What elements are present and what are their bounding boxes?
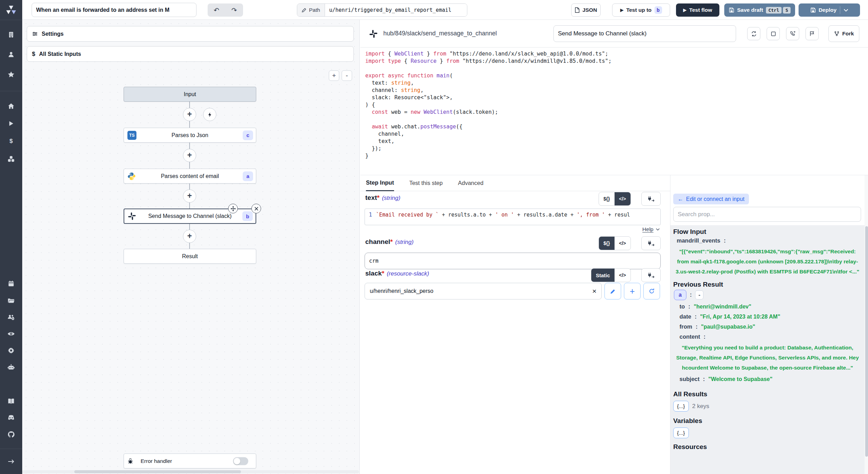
chevron-down-icon[interactable] — [844, 9, 848, 12]
zoom-out-button[interactable]: - — [342, 70, 352, 81]
json-button[interactable]: JSON — [571, 3, 601, 17]
code-mode-option[interactable]: </> — [615, 237, 631, 250]
tab-test-this-step[interactable]: Test this step — [409, 175, 443, 191]
flow-settings-button[interactable]: Settings — [27, 26, 354, 42]
result-entry-value[interactable]: "henri@windmill.dev" — [694, 304, 751, 310]
result-entry-value[interactable]: "Fri, Apr 14, 2023 at 10:28 AM" — [700, 314, 780, 320]
result-entry-value[interactable]: "paul@supabase.io" — [701, 324, 755, 330]
edit-resource-button[interactable] — [604, 283, 621, 299]
collapse-arrow-icon[interactable] — [8, 458, 15, 465]
connect-input-button[interactable] — [641, 192, 661, 206]
result-entry-row[interactable]: date:"Fri, Apr 14, 2023 at 10:28 AM" — [679, 312, 865, 322]
node-label: Error handler — [141, 454, 172, 468]
static-mode-option[interactable]: Static — [591, 269, 615, 282]
home-icon[interactable] — [8, 103, 15, 110]
result-entry-row[interactable]: subject:"Welcome to Supabase" — [679, 374, 865, 384]
code-mode-option[interactable]: </> — [615, 192, 631, 205]
plus-icon: + — [187, 110, 192, 118]
add-resource-button[interactable]: + — [624, 283, 641, 299]
test-flow-button[interactable]: ▶ Test flow — [676, 3, 719, 17]
favorites-star-icon[interactable] — [8, 71, 15, 78]
flag-button[interactable] — [806, 27, 819, 40]
box-button[interactable] — [767, 27, 780, 40]
add-step-button[interactable]: + — [183, 230, 196, 243]
save-draft-button[interactable]: Save draft CtrlS — [724, 3, 795, 17]
channel-value-input[interactable] — [365, 253, 661, 269]
connect-input-button[interactable] — [641, 268, 661, 282]
text-expression-code[interactable]: `Email received by ` + results.a.to + ' … — [376, 209, 630, 225]
runs-play-icon[interactable] — [8, 121, 14, 127]
workers-robot-icon[interactable] — [8, 364, 15, 371]
slack-resource-picker[interactable]: u/henri/henri_slack_perso × — [365, 283, 602, 299]
clear-resource-button[interactable]: × — [592, 287, 596, 295]
redo-button[interactable]: ↷ — [225, 3, 243, 17]
flow-node-result[interactable]: Result — [124, 249, 256, 264]
test-up-to-button[interactable]: ▶ Test up to b — [612, 3, 670, 17]
discord-icon[interactable] — [7, 415, 15, 421]
fork-button[interactable]: Fork — [828, 25, 859, 42]
flow-input-value[interactable]: "[{"event":"inbound","ts":1683819426,"ms… — [674, 246, 861, 277]
path-value[interactable]: u/henri/triggered_by_email_report_email — [325, 4, 467, 16]
add-step-button[interactable]: + — [183, 189, 196, 203]
variables-dollar-icon[interactable]: $ — [8, 137, 14, 144]
flow-node-input[interactable]: Input — [124, 87, 256, 102]
connect-input-button[interactable] — [641, 236, 661, 250]
audit-eye-icon[interactable] — [8, 331, 15, 337]
all-results-object-badge[interactable]: {...} — [673, 401, 689, 412]
trigger-button[interactable] — [203, 108, 216, 121]
context-scrollbar[interactable] — [865, 175, 868, 474]
flow-node-parses-content[interactable]: Parses content of email a — [124, 169, 256, 184]
template-mode-option[interactable]: ${} — [599, 192, 615, 205]
text-expression-editor[interactable]: 1 `Email received by ` + results.a.to + … — [365, 209, 661, 225]
result-entry-value[interactable]: "Everything you need to build a product:… — [674, 342, 861, 373]
search-prop-input[interactable] — [673, 207, 861, 222]
edit-path-button[interactable]: Path — [297, 4, 325, 16]
help-link[interactable]: Help — [642, 226, 660, 232]
result-entry-row[interactable]: content: — [679, 332, 865, 342]
code-mode-option[interactable]: </> — [615, 269, 631, 282]
all-static-inputs-button[interactable]: $ All Static Inputs — [27, 46, 354, 62]
add-step-button[interactable]: + — [183, 108, 196, 121]
groups-icon[interactable] — [8, 314, 15, 321]
workspace-icon[interactable] — [8, 32, 15, 38]
flow-horizontal-scrollbar[interactable] — [22, 470, 359, 473]
code-lines[interactable]: import { WebClient } from "https://deno.… — [365, 50, 611, 160]
tab-advanced[interactable]: Advanced — [458, 175, 483, 191]
error-handler-node[interactable]: Error handler — [124, 454, 256, 468]
move-step-handle[interactable] — [228, 204, 238, 213]
schedules-calendar-icon[interactable] — [8, 280, 15, 287]
collapse-badge[interactable]: - — [695, 290, 703, 299]
folders-icon[interactable] — [8, 297, 15, 304]
step-summary-input[interactable] — [553, 25, 736, 42]
flow-input-key-row[interactable]: mandrill_events: — [677, 236, 865, 246]
undo-button[interactable]: ↶ — [208, 3, 225, 17]
edit-or-connect-button[interactable]: ← Edit or connect an input — [673, 194, 749, 204]
template-mode-option[interactable]: ${} — [599, 237, 615, 250]
tab-step-input[interactable]: Step Input — [366, 175, 394, 191]
refresh-resource-button[interactable] — [643, 283, 660, 299]
step-editor-panel: hub/849/slack/send_message_to_channel Fo… — [360, 20, 868, 175]
deploy-button[interactable]: Deploy — [799, 3, 860, 17]
github-icon[interactable] — [8, 431, 15, 438]
variables-object-badge[interactable]: {...} — [673, 428, 689, 438]
settings-gear-icon[interactable] — [8, 347, 15, 354]
result-key-badge[interactable]: a — [674, 290, 686, 300]
save-icon — [729, 7, 734, 13]
docs-book-icon[interactable] — [8, 398, 15, 404]
webhook-button[interactable] — [786, 27, 799, 40]
result-entry-row[interactable]: from:"paul@supabase.io" — [679, 322, 865, 332]
delete-step-button[interactable] — [251, 204, 261, 213]
sync-script-button[interactable] — [747, 27, 760, 40]
resources-cubes-icon[interactable] — [8, 155, 15, 162]
result-entry-value[interactable]: "Welcome to Supabase" — [708, 376, 773, 382]
file-icon — [575, 7, 579, 13]
flow-node-parses-to-json[interactable]: TS Parses to Json c — [124, 128, 256, 143]
code-line: } — [365, 152, 611, 160]
error-handler-toggle[interactable] — [233, 457, 248, 465]
flow-title-input[interactable] — [32, 3, 197, 17]
add-step-button[interactable]: + — [183, 149, 196, 162]
result-entry-row[interactable]: to:"henri@windmill.dev" — [679, 302, 865, 312]
user-icon[interactable] — [8, 51, 15, 58]
zoom-in-button[interactable]: + — [329, 70, 339, 81]
windmill-logo-icon[interactable] — [6, 5, 16, 15]
